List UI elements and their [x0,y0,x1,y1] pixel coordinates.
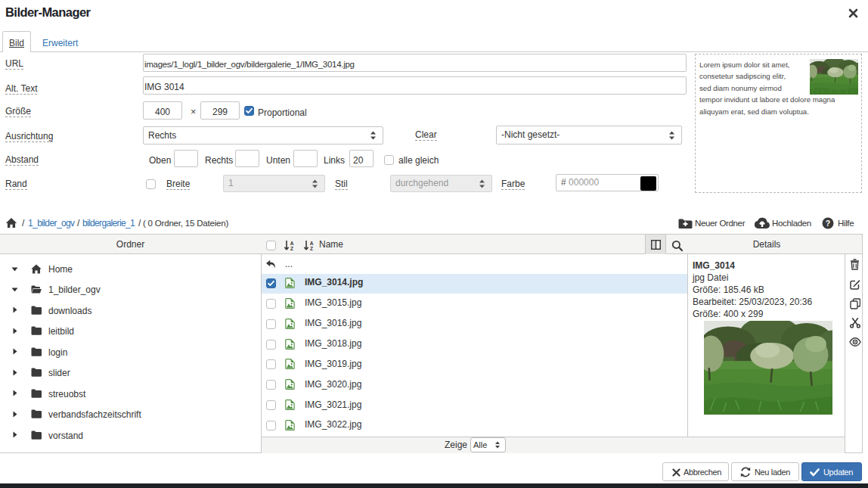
svg-text:A: A [310,241,314,246]
svg-text:A: A [290,241,294,246]
svg-text:Z: Z [310,246,313,251]
svg-text:?: ? [826,219,830,228]
svg-text:Z: Z [290,246,293,251]
